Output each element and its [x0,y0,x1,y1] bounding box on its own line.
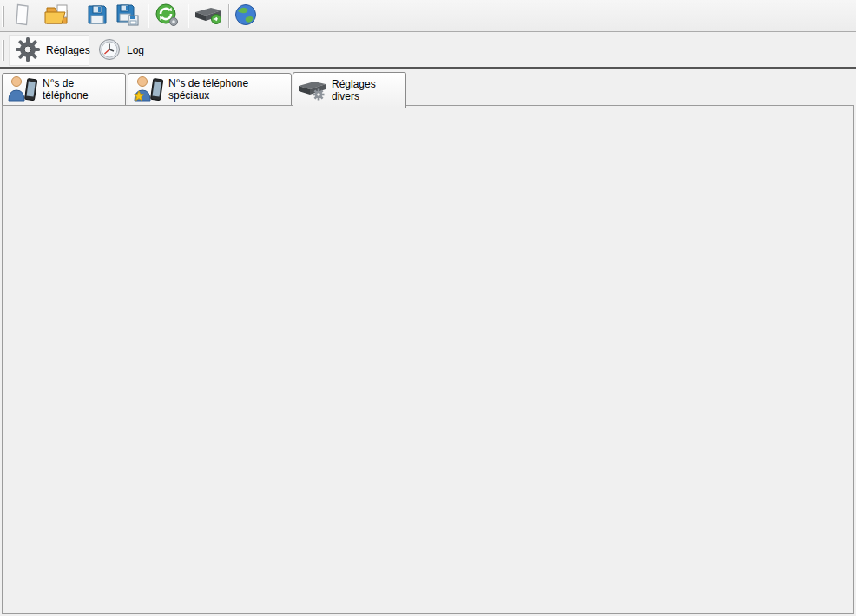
save-as-icon [115,3,140,29]
tab-reglages[interactable]: Réglages [9,35,89,66]
main-tab-bar: Réglages Log [0,32,856,69]
open-folder-icon [43,3,71,29]
tab-reglages-divers[interactable]: Réglages divers [293,72,406,108]
open-file-button[interactable] [42,3,73,29]
toolbar-gripper[interactable] [2,6,4,27]
tab-special-phone-numbers[interactable]: N°s de téléphone spéciaux [128,73,292,106]
tab-log-label: Log [127,44,144,56]
clock-icon [97,37,122,64]
tab-reglages-label: Réglages [46,44,90,56]
toolbar-separator [148,4,148,28]
sync-button[interactable] [152,3,181,29]
tab-phone-numbers[interactable]: N°s de téléphone [2,73,126,106]
toolbar-separator [228,4,229,28]
save-button[interactable] [83,3,111,29]
tab-log[interactable]: Log [92,35,149,66]
globe-icon [234,3,258,29]
globe-button[interactable] [232,3,260,29]
tab-special-phone-numbers-label: N°s de téléphone spéciaux [168,77,287,102]
sub-tab-bar: N°s de téléphone N°s de téléphone spécia… [0,69,856,105]
toolbar [0,0,856,32]
settings-panel [2,105,854,614]
gear-icon [15,36,41,65]
save-icon [86,3,109,29]
connect-device-icon [194,4,223,28]
person-phone-icon [6,75,39,105]
sync-icon [155,3,179,29]
connect-device-button[interactable] [192,3,225,29]
tab-bar-gripper[interactable] [2,40,4,61]
tab-phone-numbers-label: N°s de téléphone [43,77,122,102]
toolbar-separator [188,4,188,28]
tab-reglages-divers-label: Réglages divers [332,78,402,102]
application-window: Réglages Log [0,0,856,616]
person-star-phone-icon [132,75,165,105]
save-as-button[interactable] [114,3,142,29]
device-gear-icon [297,77,328,104]
new-document-icon [12,3,33,29]
new-document-button[interactable] [9,3,36,29]
